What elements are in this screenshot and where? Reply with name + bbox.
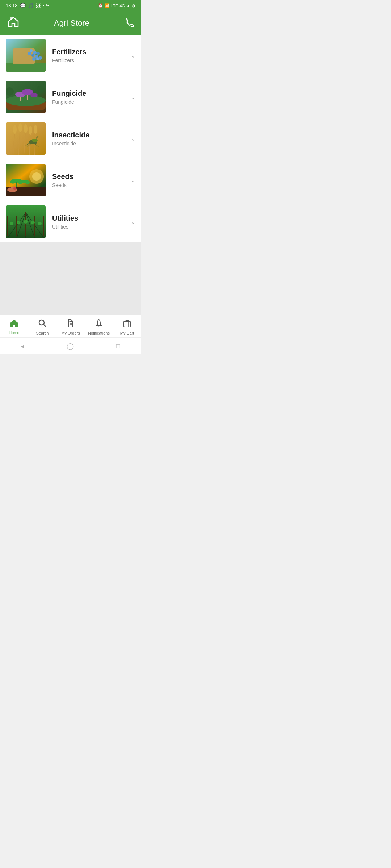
svg-point-34 [34, 125, 37, 134]
insecticide-name: Insecticide [52, 131, 128, 139]
svg-rect-68 [25, 212, 26, 236]
insecticide-sub: Insecticide [52, 141, 128, 146]
svg-point-12 [38, 56, 42, 60]
category-item-seeds[interactable]: Seeds Seeds ⌄ [0, 159, 141, 201]
utilities-name: Utilities [52, 214, 128, 222]
svg-rect-81 [124, 321, 130, 327]
category-item-utilities[interactable]: Utilities Utilities ⌄ [0, 201, 141, 243]
svg-rect-66 [7, 216, 8, 236]
notifications-nav-icon [94, 319, 103, 330]
status-right: ⏰ 📶 LTE 4G ▲ ◑ [98, 3, 135, 8]
whatsapp-icon: 💬 [20, 3, 26, 8]
status-bar: 13:18 💬 🎵 🖼 •P• ⏰ 📶 LTE 4G ▲ ◑ [0, 0, 141, 11]
home-header-icon[interactable] [7, 16, 20, 30]
lte-icon: LTE [111, 4, 118, 8]
fertilizer-sub: Fertilizers [52, 58, 128, 63]
svg-point-9 [37, 52, 40, 55]
app-title: Agri Store [54, 18, 89, 28]
home-nav-icon [10, 319, 18, 329]
utilities-info: Utilities Utilities [52, 214, 128, 230]
fungicide-sub: Fungicide [52, 99, 128, 105]
seeds-chevron: ⌄ [131, 177, 135, 184]
image-icon: 🖼 [36, 3, 41, 8]
fungicide-image [6, 81, 46, 113]
svg-point-33 [29, 126, 32, 135]
svg-rect-70 [43, 216, 44, 236]
svg-point-45 [32, 172, 41, 181]
category-item-fungicide[interactable]: Fungicide Fungicide ⌄ [0, 76, 141, 118]
svg-point-71 [10, 222, 13, 225]
fungicide-name: Fungicide [52, 89, 128, 98]
orders-nav-label: My Orders [61, 331, 80, 335]
seeds-info: Seeds Seeds [52, 173, 128, 188]
system-nav-bar: ◂ ◯ □ [0, 337, 141, 354]
seeds-sub: Seeds [52, 182, 128, 188]
svg-point-74 [31, 221, 35, 224]
utilities-image [6, 205, 46, 238]
4g-icon: 4G [119, 4, 125, 8]
seeds-name: Seeds [52, 173, 128, 181]
nav-home[interactable]: Home [3, 319, 25, 335]
fungicide-chevron: ⌄ [131, 94, 135, 101]
seeds-image [6, 164, 46, 196]
dot-icon: •P• [43, 3, 49, 8]
svg-point-21 [30, 93, 38, 97]
message-icon: 🎵 [28, 3, 34, 8]
cart-nav-label: My Cart [120, 331, 134, 335]
fertilizer-name: Fertilizers [52, 48, 128, 56]
app-header: Agri Store [0, 11, 141, 35]
svg-rect-53 [9, 187, 11, 191]
svg-point-6 [33, 51, 37, 55]
nav-search[interactable]: Search [31, 319, 53, 335]
utilities-sub: Utilities [52, 224, 128, 230]
svg-point-75 [38, 222, 42, 225]
svg-point-73 [24, 220, 28, 224]
svg-point-10 [32, 57, 36, 61]
content-area: Fertilizers Fertilizers ⌄ [0, 35, 141, 243]
nav-notifications[interactable]: Notifications [88, 319, 110, 335]
svg-point-36 [32, 139, 38, 142]
svg-point-32 [24, 124, 28, 133]
status-left: 13:18 💬 🎵 🖼 •P• [6, 3, 49, 8]
svg-point-23 [37, 86, 44, 93]
battery-icon: ◑ [132, 3, 135, 8]
back-button[interactable]: ◂ [21, 342, 24, 350]
category-item-fertilizers[interactable]: Fertilizers Fertilizers ⌄ [0, 35, 141, 76]
svg-point-7 [30, 49, 33, 52]
svg-rect-54 [11, 187, 13, 191]
search-nav-icon [38, 319, 47, 330]
cart-nav-icon [123, 319, 131, 330]
svg-rect-67 [16, 216, 17, 236]
nav-my-cart[interactable]: My Cart [116, 319, 138, 335]
fertilizer-image [6, 39, 46, 72]
signal-icon: ▲ [126, 4, 130, 8]
recents-button[interactable]: □ [116, 342, 120, 350]
svg-rect-69 [34, 216, 35, 236]
insecticide-info: Insecticide Insecticide [52, 131, 128, 146]
svg-point-4 [28, 52, 31, 55]
orders-nav-icon [66, 319, 75, 330]
fertilizer-info: Fertilizers Fertilizers [52, 48, 128, 63]
home-nav-label: Home [9, 331, 19, 335]
nav-my-orders[interactable]: My Orders [60, 319, 81, 335]
svg-point-72 [17, 221, 20, 224]
svg-point-15 [6, 95, 46, 106]
svg-point-56 [13, 187, 16, 190]
fungicide-info: Fungicide Fungicide [52, 89, 128, 105]
wifi-icon: 📶 [105, 3, 110, 8]
bottom-navigation: Home Search My Orders [0, 315, 141, 337]
search-nav-label: Search [36, 331, 49, 335]
svg-point-31 [18, 123, 22, 132]
fertilizer-chevron: ⌄ [131, 52, 135, 59]
category-item-insecticide[interactable]: Insecticide Insecticide ⌄ [0, 118, 141, 159]
insecticide-image [6, 122, 46, 155]
home-button[interactable]: ◯ [67, 342, 74, 350]
alarm-icon: ⏰ [98, 3, 103, 8]
utilities-chevron: ⌄ [131, 218, 135, 225]
time-display: 13:18 [6, 3, 18, 8]
svg-line-77 [43, 324, 46, 327]
svg-point-30 [13, 125, 17, 134]
gray-spacer [0, 243, 141, 315]
insecticide-chevron: ⌄ [131, 135, 135, 142]
phone-icon[interactable] [124, 17, 134, 29]
